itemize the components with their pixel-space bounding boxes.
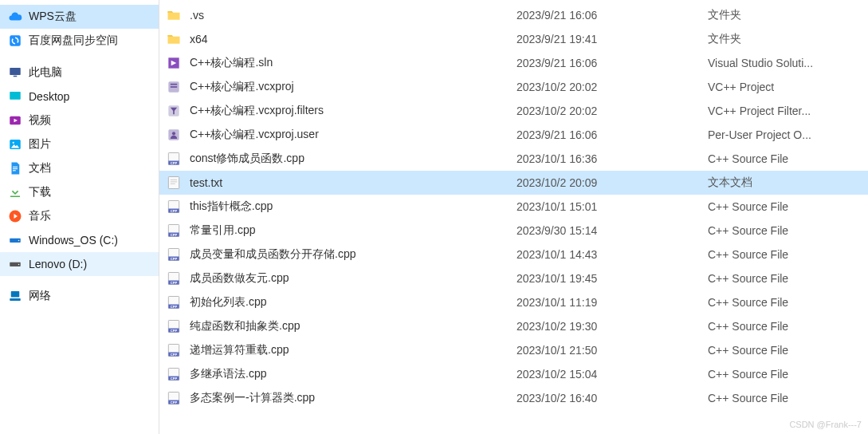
file-list: .vs 2023/9/21 16:06 文件夹 x64 2023/9/21 19… <box>159 0 868 434</box>
sidebar-item-5[interactable]: 图片 <box>0 132 159 156</box>
file-date: 2023/10/2 19:30 <box>516 320 708 333</box>
file-date: 2023/10/1 19:45 <box>516 272 708 285</box>
drive-icon <box>8 257 22 271</box>
file-type: 文件夹 <box>708 32 862 46</box>
cpp-icon: CPP <box>166 223 182 239</box>
cpp-icon: CPP <box>166 151 182 167</box>
svg-text:CPP: CPP <box>171 281 178 285</box>
svg-text:CPP: CPP <box>171 329 178 333</box>
svg-rect-1 <box>10 68 21 75</box>
sidebar-item-1[interactable]: 百度网盘同步空间 <box>0 29 159 53</box>
file-date: 2023/9/21 16:06 <box>516 57 708 69</box>
sidebar-item-6[interactable]: 文档 <box>0 156 159 180</box>
folder-icon <box>166 31 182 47</box>
file-name: 多态案例一-计算器类.cpp <box>190 391 315 405</box>
svg-text:CPP: CPP <box>171 377 178 381</box>
file-row[interactable]: C++核心编程.vcxproj.user 2023/9/21 16:06 Per… <box>159 123 868 147</box>
sidebar-item-4[interactable]: 视频 <box>0 108 159 132</box>
svg-text:CPP: CPP <box>171 209 178 213</box>
svg-rect-19 <box>171 86 177 88</box>
file-row[interactable]: CPP 常量引用.cpp 2023/9/30 15:14 C++ Source … <box>159 219 868 243</box>
svg-rect-28 <box>171 181 177 182</box>
file-row[interactable]: CPP 成员函数做友元.cpp 2023/10/1 19:45 C++ Sour… <box>159 266 868 290</box>
file-row[interactable]: CPP 递增运算符重载.cpp 2023/10/1 21:50 C++ Sour… <box>159 338 868 362</box>
file-date: 2023/10/2 20:02 <box>516 105 708 117</box>
file-row[interactable]: .vs 2023/9/21 16:06 文件夹 <box>159 3 868 27</box>
sidebar-item-3[interactable]: Desktop <box>0 85 159 108</box>
video-icon <box>8 113 22 128</box>
file-name: C++核心编程.vcxproj.user <box>190 128 319 142</box>
music-icon <box>8 209 22 223</box>
cpp-icon: CPP <box>166 294 182 310</box>
file-type: Visual Studio Soluti... <box>708 57 862 69</box>
file-row[interactable]: CPP const修饰成员函数.cpp 2023/10/1 16:36 C++ … <box>159 147 868 171</box>
file-type: C++ Source File <box>708 248 862 261</box>
sidebar: WPS云盘百度网盘同步空间此电脑Desktop视频图片文档下载音乐Windows… <box>0 0 159 434</box>
file-date: 2023/10/1 14:43 <box>516 248 708 261</box>
file-name: 成员函数做友元.cpp <box>190 271 289 286</box>
sidebar-item-label: 百度网盘同步空间 <box>29 34 118 48</box>
svg-text:CPP: CPP <box>171 161 178 165</box>
file-row[interactable]: x64 2023/9/21 19:41 文件夹 <box>159 27 868 51</box>
cpp-icon: CPP <box>166 199 182 215</box>
sidebar-item-label: Lenovo (D:) <box>29 258 87 270</box>
file-date: 2023/9/21 19:41 <box>516 33 708 45</box>
picture-icon <box>8 137 22 152</box>
file-row[interactable]: C++核心编程.vcxproj 2023/10/2 20:02 VC++ Pro… <box>159 75 868 99</box>
svg-point-12 <box>18 240 20 242</box>
file-date: 2023/10/1 16:36 <box>516 152 708 165</box>
sidebar-item-10[interactable]: Lenovo (D:) <box>0 252 159 276</box>
drive-icon <box>8 233 22 247</box>
file-row[interactable]: CPP this指针概念.cpp 2023/10/1 15:01 C++ Sou… <box>159 195 868 219</box>
file-name: 成员变量和成员函数分开存储.cpp <box>190 247 355 262</box>
network-icon <box>8 289 22 303</box>
file-name: 纯虚函数和抽象类.cpp <box>190 319 300 333</box>
file-type: C++ Source File <box>708 296 862 309</box>
cpp-icon: CPP <box>166 270 182 286</box>
sidebar-item-9[interactable]: Windows_OS (C:) <box>0 228 159 252</box>
sidebar-item-11[interactable]: 网络 <box>0 284 159 308</box>
sidebar-item-label: 文档 <box>29 161 51 176</box>
file-date: 2023/9/21 16:06 <box>516 128 708 141</box>
file-row[interactable]: CPP 初始化列表.cpp 2023/10/1 11:19 C++ Source… <box>159 290 868 314</box>
sidebar-item-2[interactable]: 此电脑 <box>0 61 159 85</box>
file-row[interactable]: C++核心编程.sln 2023/9/21 16:06 Visual Studi… <box>159 51 868 75</box>
cpp-icon: CPP <box>166 247 182 262</box>
sidebar-item-0[interactable]: WPS云盘 <box>0 5 159 29</box>
svg-text:CPP: CPP <box>171 353 178 357</box>
svg-rect-15 <box>11 291 20 298</box>
file-name: 常量引用.cpp <box>190 223 255 238</box>
file-name: 递增运算符重载.cpp <box>190 343 289 357</box>
cpp-icon: CPP <box>166 342 182 358</box>
sidebar-item-label: 图片 <box>29 137 51 152</box>
sln-icon <box>166 55 182 71</box>
sidebar-item-8[interactable]: 音乐 <box>0 204 159 228</box>
file-row[interactable]: CPP 多继承语法.cpp 2023/10/2 15:04 C++ Source… <box>159 362 868 386</box>
file-row[interactable]: test.txt 2023/10/2 20:09 文本文档 <box>159 171 868 195</box>
file-row[interactable]: CPP 多态案例一-计算器类.cpp 2023/10/2 16:40 C++ S… <box>159 386 868 410</box>
svg-text:CPP: CPP <box>171 400 178 404</box>
sidebar-item-label: Windows_OS (C:) <box>29 234 118 247</box>
file-type: C++ Source File <box>708 200 862 213</box>
svg-rect-3 <box>10 92 21 100</box>
file-name: 初始化列表.cpp <box>190 295 266 310</box>
sidebar-item-label: 此电脑 <box>29 65 62 80</box>
svg-text:CPP: CPP <box>171 305 178 309</box>
svg-point-14 <box>18 264 20 266</box>
txt-icon <box>166 175 182 191</box>
file-row[interactable]: C++核心编程.vcxproj.filters 2023/10/2 20:02 … <box>159 99 868 123</box>
file-row[interactable]: CPP 成员变量和成员函数分开存储.cpp 2023/10/1 14:43 C+… <box>159 243 868 266</box>
sidebar-item-7[interactable]: 下载 <box>0 180 159 204</box>
file-name: const修饰成员函数.cpp <box>190 152 304 166</box>
svg-rect-18 <box>171 84 177 85</box>
file-name: test.txt <box>190 176 222 189</box>
file-type: 文本文档 <box>708 176 862 190</box>
folder-icon <box>166 7 182 23</box>
svg-point-22 <box>172 132 175 135</box>
file-date: 2023/10/2 16:40 <box>516 392 708 404</box>
file-type: C++ Source File <box>708 392 862 404</box>
svg-rect-8 <box>13 168 18 169</box>
desktop-icon <box>8 89 22 104</box>
file-row[interactable]: CPP 纯虚函数和抽象类.cpp 2023/10/2 19:30 C++ Sou… <box>159 314 868 338</box>
file-name: 多继承语法.cpp <box>190 367 266 381</box>
